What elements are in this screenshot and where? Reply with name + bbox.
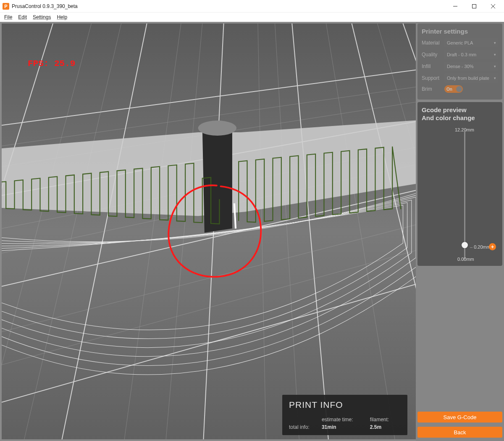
support-label: Support	[422, 75, 442, 81]
annotation-circle	[162, 182, 267, 284]
layer-slider-current: 0.20mm	[470, 244, 491, 249]
plus-icon: +	[491, 244, 494, 249]
printer-settings-title: Printer settings	[422, 28, 498, 35]
layer-slider-track[interactable]	[464, 130, 465, 259]
window-close-button[interactable]	[483, 0, 502, 12]
menu-file[interactable]: File	[2, 13, 15, 21]
window-maximize-button[interactable]	[465, 0, 483, 12]
svg-point-31	[198, 121, 236, 136]
print-info-table: estimate time: filament: total info: 31m…	[289, 416, 401, 431]
menu-help[interactable]: Help	[54, 13, 70, 21]
print-info-title: PRINT INFO	[289, 400, 401, 410]
maximize-icon	[472, 4, 476, 8]
estimate-time-label: estimate time:	[322, 416, 370, 423]
layer-slider-min: 0.00mm	[457, 257, 474, 262]
menu-settings[interactable]: Settings	[30, 13, 53, 21]
support-select[interactable]: Only from build plate	[444, 74, 498, 83]
quality-label: Quality	[422, 52, 442, 58]
window-title: PrusaControl 0.9.3_390_beta	[12, 3, 78, 9]
fps-overlay: FPS: 25.9	[28, 59, 75, 68]
menu-edit[interactable]: Edit	[16, 13, 29, 21]
toggle-knob-icon	[456, 86, 462, 92]
brim-label: Brim	[422, 86, 442, 92]
printer-settings-panel: Printer settings Material Generic PLA Qu…	[417, 24, 502, 100]
material-select[interactable]: Generic PLA	[444, 38, 498, 47]
material-label: Material	[422, 40, 442, 46]
minimize-icon	[453, 4, 457, 8]
quality-select[interactable]: Draft - 0.3 mm	[444, 50, 498, 59]
menu-bar: File Edit Settings Help	[0, 13, 504, 22]
layer-slider[interactable]: 12.20mm 0.20mm 0.00mm +	[426, 127, 494, 262]
window-titlebar: P PrusaControl 0.9.3_390_beta	[0, 0, 504, 13]
save-gcode-button[interactable]: Save G-Code	[417, 412, 502, 423]
close-icon	[491, 4, 495, 8]
viewport-3d[interactable]: FPS: 25.9 PRINT INFO estimate time: fila…	[2, 24, 416, 439]
window-minimize-button[interactable]	[446, 0, 465, 12]
filament-label: filament:	[370, 416, 401, 423]
estimate-time-value: 31min	[322, 423, 370, 431]
brim-toggle[interactable]: On	[444, 85, 463, 93]
infill-label: Infill	[422, 63, 442, 69]
gcode-preview-title: Gcode preview	[422, 106, 498, 113]
app-icon: P	[3, 3, 9, 10]
gcode-preview-panel: Gcode preview And color change 12.20mm 0…	[417, 102, 502, 266]
print-info-panel: PRINT INFO estimate time: filament: tota…	[282, 395, 407, 435]
gcode-preview-subtitle: And color change	[422, 114, 498, 121]
right-sidebar: Printer settings Material Generic PLA Qu…	[416, 22, 504, 441]
layer-slider-thumb[interactable]	[462, 242, 468, 248]
infill-select[interactable]: Dense - 30%	[444, 62, 498, 71]
back-button[interactable]: Back	[417, 427, 502, 438]
total-info-label: total info:	[289, 423, 322, 431]
svg-rect-1	[472, 4, 476, 8]
add-color-change-button[interactable]: +	[489, 243, 496, 250]
filament-value: 2.5m	[370, 423, 401, 431]
